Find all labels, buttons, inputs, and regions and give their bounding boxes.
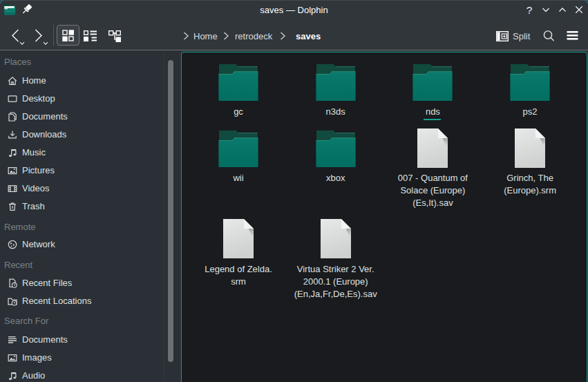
svg-text:?: ? (527, 5, 533, 15)
